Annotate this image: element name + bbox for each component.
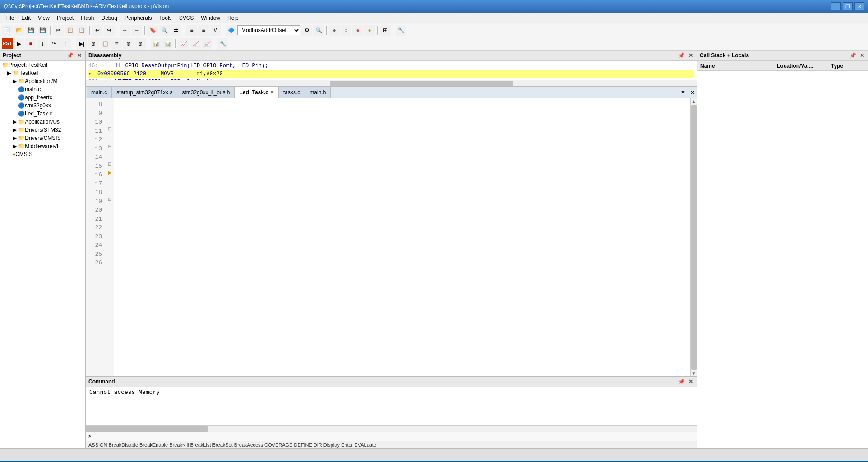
menu-item-tools[interactable]: Tools	[156, 14, 175, 22]
tools2-button[interactable]: 🔧	[217, 38, 228, 49]
editor-tab-startup-stm32g071xx-s[interactable]: startup_stm32g071xx.s	[112, 87, 177, 98]
tab-close-button[interactable]: ✕	[270, 90, 274, 95]
menu-item-debug[interactable]: Debug	[98, 14, 121, 22]
comment-button[interactable]: //	[210, 25, 221, 36]
tree-item[interactable]: ▶ 📁 Drivers/STM32	[0, 126, 85, 134]
step-into-button[interactable]: ⤵	[37, 38, 48, 49]
tree-item[interactable]: ▶ 📁 Drivers/CMSIS	[0, 134, 85, 142]
find-button[interactable]: 🔍	[159, 25, 170, 36]
target-combo[interactable]: ModbusAddrOffset	[237, 25, 300, 35]
menu-item-window[interactable]: Window	[197, 14, 224, 22]
circle4-button[interactable]: ●	[364, 25, 375, 36]
new-file-button[interactable]: 📄	[2, 25, 13, 36]
unindent-button[interactable]: ≡	[198, 25, 209, 36]
tab-close-all-button[interactable]: ✕	[688, 89, 697, 96]
scroll-thumb[interactable]	[691, 105, 697, 370]
undo-button[interactable]: ↩	[92, 25, 103, 36]
callstack-close-button[interactable]: ✕	[859, 52, 865, 59]
paste-button[interactable]: 📋	[76, 25, 87, 36]
command-close-button[interactable]: ✕	[688, 379, 694, 385]
logic2-button[interactable]: 📈	[190, 38, 201, 49]
replace-button[interactable]: ⇄	[171, 25, 181, 36]
disasm-scroll-x[interactable]	[86, 80, 697, 86]
peripheral2-button[interactable]: 📊	[162, 38, 173, 49]
sep6	[223, 26, 223, 35]
menu-bar: FileEditViewProjectFlashDebugPeripherals…	[0, 13, 868, 23]
editor-tab-main-h[interactable]: main.h	[305, 87, 331, 98]
scroll-up-button[interactable]: ▲	[691, 98, 697, 104]
reset-button[interactable]: RST	[2, 38, 13, 49]
nav-back-button[interactable]: ←	[120, 25, 130, 36]
circle1-button[interactable]: ●	[329, 25, 340, 36]
scroll-down-button[interactable]: ▼	[691, 370, 697, 376]
peripheral1-button[interactable]: 📊	[151, 38, 162, 49]
tree-item[interactable]: 🔵 app_freertc	[0, 93, 85, 102]
run-to-button[interactable]: ▶|	[76, 38, 87, 49]
nav-fwd-button[interactable]: →	[131, 25, 142, 36]
disasm-view-button[interactable]: 📋	[100, 38, 111, 49]
locals-header-row: Name Location/Val... Type	[697, 61, 868, 71]
code-area[interactable]	[114, 98, 690, 376]
open-file-button[interactable]: 📂	[14, 25, 24, 36]
tree-item[interactable]: ♦ CMSIS	[0, 150, 85, 158]
save-button[interactable]: 💾	[25, 25, 36, 36]
disasm-close-button[interactable]: ✕	[688, 52, 694, 59]
tree-item[interactable]: 🔵 stm32g0xx	[0, 102, 85, 110]
menu-item-project[interactable]: Project	[53, 14, 77, 22]
tree-item[interactable]: ▶ 📁 Application/M	[0, 77, 85, 85]
tab-overflow-button[interactable]: ▼	[678, 89, 688, 96]
save-all-button[interactable]: 💾	[37, 25, 48, 36]
config-button[interactable]: ⚙	[301, 25, 312, 36]
tree-item[interactable]: ▶ 📁 Middlewares/F	[0, 142, 85, 150]
menu-item-file[interactable]: File	[2, 14, 18, 22]
close-button[interactable]: ✕	[854, 2, 864, 10]
vertical-scrollbar[interactable]: ▲ ▼	[690, 98, 697, 376]
circle3-button[interactable]: ●	[352, 25, 363, 36]
debug-run-button[interactable]: ▶	[14, 38, 24, 49]
menu-item-peripherals[interactable]: Peripherals	[121, 14, 156, 22]
menu-item-help[interactable]: Help	[224, 14, 242, 22]
tree-item[interactable]: ▶ 📁 TestKeil	[0, 69, 85, 77]
cut-button[interactable]: ✂	[53, 25, 64, 36]
step-out-button[interactable]: ↑	[60, 38, 71, 49]
editor-tab-stm32g0xx-ll-bus-h[interactable]: stm32g0xx_ll_bus.h	[177, 87, 235, 98]
editor-tab-list: main.cstartup_stm32g071xx.sstm32g0xx_ll_…	[87, 87, 331, 98]
debug-stop-button[interactable]: ■	[25, 38, 36, 49]
logic3-button[interactable]: 📈	[202, 38, 212, 49]
logic-button[interactable]: 📈	[178, 38, 189, 49]
menu-item-flash[interactable]: Flash	[77, 14, 97, 22]
tree-item[interactable]: 🔵 Led_Task.c	[0, 110, 85, 118]
mem-view-button[interactable]: ≡	[111, 38, 122, 49]
maximize-button[interactable]: ❐	[843, 2, 853, 10]
editor-tab-led-task-c[interactable]: Led_Task.c✕	[235, 87, 278, 98]
editor-tab-tasks-c[interactable]: tasks.c	[279, 87, 305, 98]
menu-item-edit[interactable]: Edit	[18, 14, 34, 22]
step-over-button[interactable]: ↷	[49, 38, 60, 49]
callstack-pin-button[interactable]: 📌	[849, 52, 857, 59]
copy-button[interactable]: 📋	[65, 25, 75, 36]
menu-item-svcs[interactable]: SVCS	[175, 14, 198, 22]
run-sel-button[interactable]: ⊕	[88, 38, 99, 49]
command-scroll-x[interactable]	[86, 425, 697, 432]
bookmark-button[interactable]: 🔖	[147, 25, 158, 36]
callstack-button[interactable]: ⊕	[135, 38, 146, 49]
disasm-pin-button[interactable]: 📌	[677, 52, 686, 59]
indent-button[interactable]: ≡	[186, 25, 197, 36]
command-pin-button[interactable]: 📌	[677, 379, 686, 385]
project-pin-button[interactable]: 📌	[66, 52, 74, 59]
tree-item[interactable]: 🔵 main.c	[0, 85, 85, 93]
circle2-button[interactable]: ○	[341, 25, 351, 36]
redo-button[interactable]: ↪	[104, 25, 115, 36]
tree-item-label: CMSIS	[15, 151, 32, 157]
layout-button[interactable]: ⊞	[380, 25, 391, 36]
minimize-button[interactable]: —	[831, 2, 841, 10]
project-close-button[interactable]: ✕	[76, 52, 83, 59]
tree-item[interactable]: ▶ 📁 Application/Us	[0, 118, 85, 126]
tree-item[interactable]: 📁 Project: TestKeil	[0, 61, 85, 69]
editor-tab-main-c[interactable]: main.c	[87, 87, 112, 98]
wrench-button[interactable]: 🔧	[396, 25, 406, 36]
menu-item-view[interactable]: View	[34, 14, 53, 22]
command-input[interactable]	[93, 433, 695, 440]
watch-button[interactable]: ⊕	[123, 38, 134, 49]
tool-button[interactable]: 🔍	[313, 25, 324, 36]
